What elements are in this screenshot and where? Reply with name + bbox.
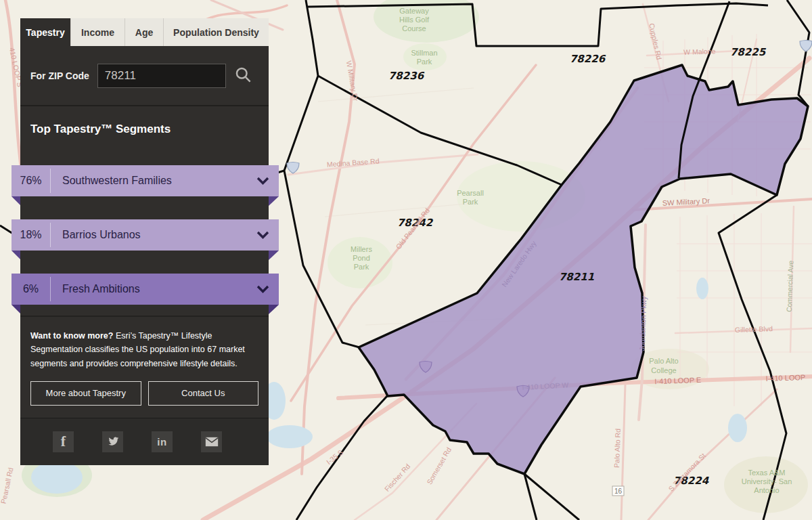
svg-text:I-410 LOOP: I-410 LOOP	[765, 373, 805, 383]
svg-text:I-410 LOOP E: I-410 LOOP E	[654, 376, 701, 385]
svg-text:Palo Alto: Palo Alto	[649, 357, 678, 365]
svg-text:Pearsall: Pearsall	[457, 189, 484, 197]
contact-us-button[interactable]: Contact Us	[148, 381, 259, 406]
segment-row-southwestern-families[interactable]: 76% Southwestern Families	[12, 165, 279, 196]
state-hwy-16-shield: 16	[612, 486, 624, 496]
segment-row-fresh-ambitions[interactable]: 6% Fresh Ambitions	[12, 274, 279, 305]
svg-text:Gillette Blvd: Gillette Blvd	[735, 324, 773, 334]
svg-text:College: College	[651, 366, 676, 374]
segment-percent: 6%	[12, 283, 50, 295]
svg-text:Park: Park	[463, 198, 478, 206]
svg-text:Hills Golf: Hills Golf	[399, 16, 430, 24]
twitter-button[interactable]	[102, 431, 123, 452]
segment-name: Fresh Ambitions	[51, 283, 256, 295]
linkedin-button[interactable]: in	[152, 431, 173, 452]
info-text: Want to know more? Esri’s Tapestry™ Life…	[30, 329, 258, 370]
svg-text:16: 16	[614, 488, 623, 495]
zip-label: 78236	[388, 70, 425, 82]
svg-text:Texas A&M: Texas A&M	[748, 469, 785, 477]
zip-search-section: For ZIP Code	[20, 46, 269, 106]
facebook-button[interactable]: f	[53, 431, 74, 452]
facebook-icon: f	[61, 434, 66, 449]
svg-text:Antonio: Antonio	[754, 486, 779, 494]
social-bar: f in	[20, 418, 269, 465]
more-about-tapestry-button[interactable]: More about Tapestry	[30, 381, 141, 406]
linkedin-icon: in	[157, 436, 166, 448]
zip-search-label: For ZIP Code	[30, 70, 89, 81]
chevron-down-icon[interactable]	[256, 231, 269, 239]
svg-text:Palo Alto Rd: Palo Alto Rd	[612, 429, 622, 468]
tapestry-panel: Tapestry Income Age Population Density F…	[20, 18, 269, 465]
chevron-down-icon[interactable]	[256, 177, 269, 185]
svg-text:Park: Park	[354, 263, 369, 271]
search-icon	[234, 66, 252, 84]
segment-name: Southwestern Families	[51, 175, 256, 187]
segments-heading: Top Tapestry™ Segments	[30, 123, 269, 136]
tab-tapestry[interactable]: Tapestry	[20, 18, 71, 46]
svg-text:Park: Park	[417, 58, 432, 66]
segment-name: Barrios Urbanos	[51, 229, 256, 241]
segment-row-barrios-urbanos[interactable]: 18% Barrios Urbanos	[12, 219, 279, 251]
search-button[interactable]	[233, 64, 254, 87]
zip-label: 78225	[730, 46, 767, 58]
twitter-icon	[106, 435, 120, 448]
info-section: Want to know more? Esri’s Tapestry™ Life…	[20, 316, 269, 418]
chevron-down-icon[interactable]	[256, 285, 269, 293]
svg-text:Gateway: Gateway	[399, 7, 429, 15]
email-button[interactable]	[201, 431, 222, 452]
svg-text:Course: Course	[402, 24, 426, 32]
tab-bar: Tapestry Income Age Population Density	[20, 18, 269, 46]
tab-population-density[interactable]: Population Density	[164, 18, 269, 46]
svg-text:Millers: Millers	[351, 245, 372, 253]
email-icon	[205, 437, 219, 447]
svg-text:University- San: University- San	[742, 477, 792, 485]
svg-text:W Malone: W Malone	[683, 47, 716, 56]
info-lead: Want to know more?	[30, 331, 113, 341]
segment-percent: 18%	[12, 229, 50, 241]
zip-search-input[interactable]	[97, 64, 226, 88]
tab-age[interactable]: Age	[125, 18, 164, 46]
svg-text:Stillman: Stillman	[411, 49, 437, 57]
svg-text:Pond: Pond	[353, 254, 370, 262]
segments-section: Top Tapestry™ Segments 76% Southwestern …	[20, 106, 269, 316]
info-buttons: More about Tapestry Contact Us	[30, 381, 258, 406]
tab-income[interactable]: Income	[71, 18, 125, 46]
app-window: 16 78236 78226 78225 78242 78211 78224 G…	[0, 0, 812, 520]
segment-percent: 76%	[12, 175, 50, 187]
zip-label: 78211	[559, 271, 594, 283]
zip-label: 78226	[570, 53, 606, 65]
